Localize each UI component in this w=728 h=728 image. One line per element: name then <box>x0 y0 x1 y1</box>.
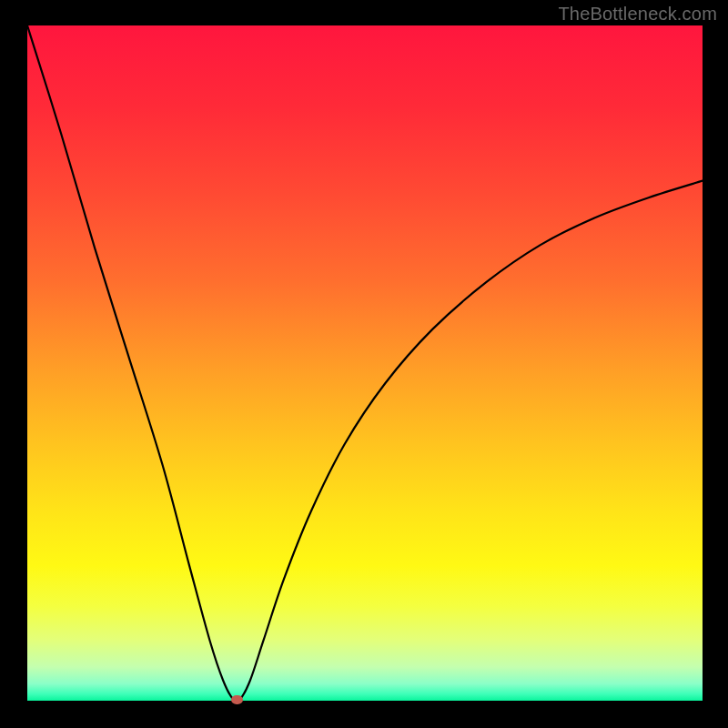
watermark-text: TheBottleneck.com <box>558 4 717 25</box>
plot-area <box>27 25 703 701</box>
minimum-marker <box>231 695 243 704</box>
chart-frame: TheBottleneck.com <box>0 0 728 728</box>
plot-svg <box>27 25 703 701</box>
gradient-background <box>27 25 703 701</box>
